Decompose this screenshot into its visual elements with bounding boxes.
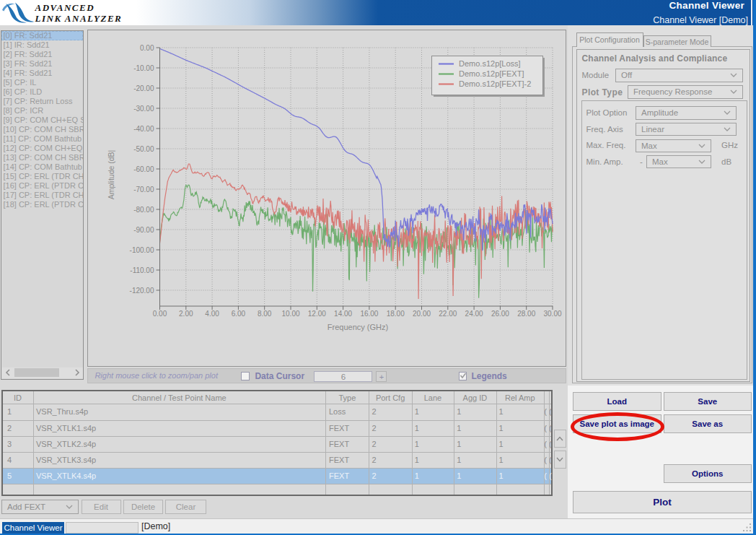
svg-text:22.00: 22.00 [439,310,457,318]
svg-text:LINK ANALYZER: LINK ANALYZER [35,13,123,24]
svg-text:4.00: 4.00 [206,310,220,318]
svg-text:12.00: 12.00 [308,310,326,318]
svg-text:Demo.s12p[Loss]: Demo.s12p[Loss] [459,59,521,68]
svg-text:16.00: 16.00 [361,310,379,318]
svg-text:-80.00: -80.00 [134,206,155,214]
svg-text:-10.00: -10.00 [134,64,155,72]
svg-text:6.00: 6.00 [232,310,246,318]
svg-text:14.00: 14.00 [334,310,352,318]
svg-text:8.00: 8.00 [258,310,272,318]
svg-text:-110.00: -110.00 [131,266,155,274]
svg-text:0.00: 0.00 [153,310,167,318]
svg-text:-50.00: -50.00 [134,145,155,153]
svg-text:2.00: 2.00 [179,310,193,318]
svg-text:-40.00: -40.00 [134,125,155,133]
svg-text:ADVANCED: ADVANCED [35,2,95,13]
svg-text:-60.00: -60.00 [134,165,155,173]
svg-text:-100.00: -100.00 [130,246,154,254]
svg-text:30.00: 30.00 [544,310,562,318]
svg-text:18.00: 18.00 [387,310,405,318]
svg-text:-20.00: -20.00 [134,84,155,92]
svg-text:26.00: 26.00 [491,310,509,318]
svg-text:-70.00: -70.00 [134,186,155,193]
svg-text:-30.00: -30.00 [134,105,155,113]
svg-text:28.00: 28.00 [518,310,536,318]
svg-text:10.00: 10.00 [282,310,300,318]
svg-text:20.00: 20.00 [413,310,431,318]
svg-text:Amplitude (dB|: Amplitude (dB| [107,150,115,200]
svg-text:Demo.s12p[FEXT]: Demo.s12p[FEXT] [459,69,524,78]
svg-text:-90.00: -90.00 [134,226,155,234]
svg-text:Frequency (GHz): Frequency (GHz) [328,323,388,331]
svg-text:-120.00: -120.00 [130,287,154,295]
svg-text:Demo.s12p[FEXT]-2: Demo.s12p[FEXT]-2 [459,79,531,88]
svg-text:0.00: 0.00 [140,44,154,52]
svg-text:24.00: 24.00 [465,310,483,318]
